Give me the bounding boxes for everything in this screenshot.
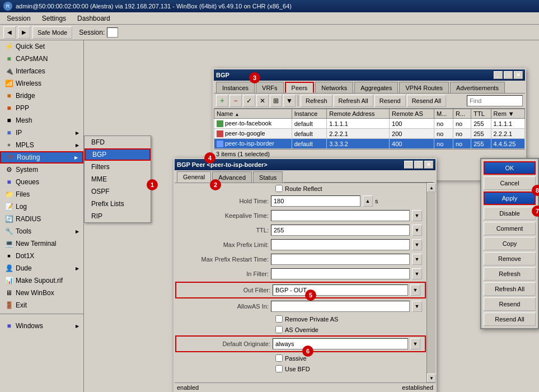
bgp-filter-btn[interactable]: ⊞ [270, 95, 282, 107]
sidebar-item-terminal[interactable]: 💻 New Terminal [0, 237, 83, 250]
refresh-all-button[interactable]: Refresh All [484, 282, 536, 296]
forward-button[interactable]: ▶ [18, 26, 30, 39]
ok-button[interactable]: OK [484, 161, 536, 175]
sidebar-item-bridge[interactable]: ■ Bridge [0, 90, 83, 102]
copy-button[interactable]: Copy [484, 237, 536, 250]
max-prefix-restart-input[interactable] [271, 254, 410, 265]
scroll-up[interactable]: ▲ [427, 183, 436, 192]
session-input[interactable] [107, 27, 118, 38]
cancel-button[interactable]: Cancel [484, 176, 536, 190]
submenu-prefix-lists[interactable]: Prefix Lists [85, 198, 151, 210]
safe-mode-button[interactable]: Safe Mode [32, 26, 72, 39]
max-prefix-restart-dropdown[interactable]: ▼ [412, 254, 422, 265]
resend-button[interactable]: Resend [484, 297, 536, 311]
sidebar-item-radius[interactable]: 🔄 RADIUS [0, 213, 83, 225]
use-bfd-checkbox[interactable] [275, 365, 283, 372]
bgp-minimize[interactable]: _ [494, 71, 503, 79]
bgp-resend-btn[interactable]: Resend [374, 95, 406, 107]
tab-networks[interactable]: Networks [315, 82, 353, 93]
comment-button[interactable]: Comment [484, 222, 536, 235]
bgp-refresh-all-btn[interactable]: Refresh All [334, 95, 373, 107]
peer-scrollbar[interactable]: ▲ ▼ [426, 183, 435, 382]
allowas-dropdown[interactable]: ▼ [412, 301, 422, 312]
bgp-add-btn[interactable]: + [216, 95, 228, 107]
refresh-button[interactable]: Refresh [484, 267, 536, 281]
sidebar-item-mesh[interactable]: ■ Mesh [0, 114, 83, 127]
sidebar-item-supout[interactable]: 📊 Make Supout.rif [0, 274, 83, 287]
bgp-peer-maximize[interactable]: □ [414, 161, 423, 169]
as-override-checkbox[interactable] [275, 326, 283, 333]
col-instance[interactable]: Instance [292, 109, 327, 119]
sidebar-item-files[interactable]: 📁 Files [0, 188, 83, 200]
max-prefix-dropdown[interactable]: ▼ [412, 239, 422, 250]
col-r[interactable]: R... [453, 109, 471, 119]
remove-button[interactable]: Remove [484, 252, 536, 265]
bgp-funnel-btn[interactable]: ▼ [283, 95, 296, 107]
resend-all-button[interactable]: Resend All [484, 312, 536, 326]
menu-settings[interactable]: Settings [38, 13, 71, 24]
bgp-delete-btn[interactable]: ✕ [256, 95, 269, 107]
sidebar-item-queues[interactable]: ■ Queues [0, 176, 83, 188]
hold-time-spin-up[interactable]: ▲ [363, 195, 373, 207]
bgp-remove-btn[interactable]: − [229, 95, 242, 107]
apply-button[interactable]: Apply [484, 192, 536, 205]
sidebar-item-exit[interactable]: 🚪 Exit [0, 299, 83, 311]
sidebar-item-windows[interactable]: ■ Windows ▶ [0, 320, 83, 332]
bgp-find-input[interactable] [467, 95, 523, 106]
col-ttl[interactable]: TTL [471, 109, 491, 119]
bgp-refresh-btn[interactable]: Refresh [301, 95, 332, 107]
in-filter-dropdown[interactable]: ▼ [412, 268, 422, 279]
sidebar-item-interfaces[interactable]: 🔌 Interfaces [0, 65, 83, 77]
remove-private-as-checkbox[interactable] [275, 315, 283, 323]
default-originate-dropdown[interactable]: ▼ [410, 338, 420, 349]
sidebar-item-ppp[interactable]: ■ PPP [0, 102, 83, 114]
out-filter-input[interactable] [273, 284, 408, 296]
tab-advertisements[interactable]: Advertisements [450, 82, 505, 93]
bgp-close[interactable]: ✕ [514, 71, 523, 79]
sidebar-item-system[interactable]: ⚙ System [0, 164, 83, 176]
in-filter-input[interactable] [271, 268, 410, 279]
tab-vrfs[interactable]: VRFs [256, 82, 284, 93]
max-prefix-input[interactable] [271, 239, 410, 250]
out-filter-dropdown[interactable]: ▼ [410, 284, 420, 296]
table-row[interactable]: peer-to-google default 2.2.2.1 200 no no… [214, 129, 525, 139]
col-rem[interactable]: Rem ▼ [491, 109, 524, 119]
passive-checkbox[interactable] [275, 354, 283, 362]
submenu-bfd[interactable]: BFD [85, 136, 151, 148]
submenu-filters[interactable]: Filters [85, 161, 151, 173]
tab-vpn4routes[interactable]: VPN4 Routes [399, 82, 449, 93]
col-m[interactable]: M... [434, 109, 453, 119]
sidebar-item-wireless[interactable]: 📶 Wireless [0, 77, 83, 90]
tab-status[interactable]: Status [253, 171, 283, 183]
keepalive-dropdown[interactable]: ▼ [412, 210, 422, 221]
sidebar-item-newwinbox[interactable]: 🖥 New WinBox [0, 287, 83, 299]
submenu-mme[interactable]: MME [85, 173, 151, 185]
sidebar-item-routing[interactable]: 🗺 Routing ▶ [0, 151, 83, 164]
ttl-input[interactable] [271, 225, 410, 236]
submenu-bgp[interactable]: BGP [85, 148, 151, 161]
submenu-ospf[interactable]: OSPF [85, 185, 151, 198]
sidebar-item-capsman[interactable]: ■ CAPsMAN [0, 53, 83, 65]
sidebar-item-tools[interactable]: 🔧 Tools ▶ [0, 225, 83, 237]
back-button[interactable]: ◀ [3, 26, 16, 39]
table-row[interactable]: peer-to-facebook default 1.1.1.1 100 no … [214, 119, 525, 129]
sidebar-item-dude[interactable]: 👤 Dude ▶ [0, 262, 83, 274]
tab-aggregates[interactable]: Aggregates [354, 82, 398, 93]
tab-general[interactable]: General [177, 171, 211, 183]
sidebar-item-mpls[interactable]: ≡ MPLS ▶ [0, 139, 83, 151]
scroll-down[interactable]: ▼ [427, 374, 436, 382]
col-remote-as[interactable]: Remote AS [390, 109, 434, 119]
sidebar-item-quickset[interactable]: ⚡ Quick Set [0, 40, 83, 53]
menu-dashboard[interactable]: Dashboard [73, 13, 115, 24]
table-row-selected[interactable]: peer-to-isp-border default 3.3.3.2 400 n… [214, 139, 525, 149]
menu-session[interactable]: Session [2, 13, 35, 24]
hold-time-input[interactable] [271, 195, 360, 207]
sidebar-item-ip[interactable]: ■ IP ▶ [0, 127, 83, 139]
bgp-peer-close[interactable]: ✕ [424, 161, 433, 169]
bgp-edit-btn[interactable]: ✓ [243, 95, 255, 107]
bgp-peer-minimize[interactable]: _ [404, 161, 413, 169]
keepalive-input[interactable] [271, 210, 410, 221]
bgp-maximize[interactable]: □ [504, 71, 513, 79]
col-name[interactable]: Name ▲ [214, 109, 292, 119]
sidebar-item-log[interactable]: 📝 Log [0, 200, 83, 213]
